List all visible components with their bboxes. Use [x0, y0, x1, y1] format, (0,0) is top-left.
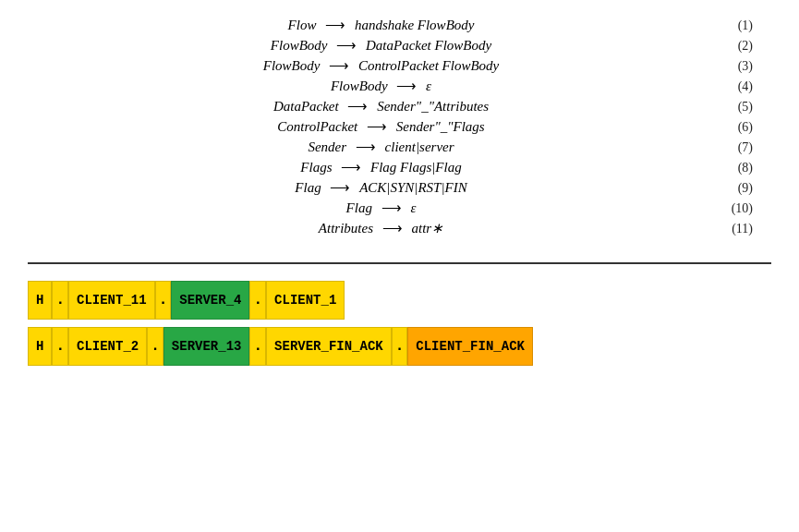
rule-arrow-11: ⟶ [379, 221, 406, 236]
rule-rhs-4: ε [426, 79, 431, 93]
token-cell-0-4: SERVER_4 [171, 281, 249, 320]
rule-lhs-10: Flag [346, 200, 372, 215]
rule-body-11: Attributes ⟶ attr∗ [46, 220, 716, 236]
grammar-rule-11: Attributes ⟶ attr∗(11) [37, 220, 762, 236]
rule-number-11: (11) [716, 222, 753, 236]
rule-body-5: DataPacket ⟶ Sender"_"Attributes [46, 98, 716, 115]
rule-arrow-1: ⟶ [321, 18, 349, 32]
rule-number-5: (5) [716, 100, 753, 115]
grammar-rule-10: Flag ⟶ ε(10) [37, 200, 762, 216]
rule-number-2: (2) [716, 39, 753, 54]
token-cell-1-6: SERVER_FIN_ACK [266, 327, 392, 366]
token-row-2: H.CLIENT_2.SERVER_13.SERVER_FIN_ACK.CLIE… [28, 327, 771, 366]
rule-lhs-11: Attributes [319, 221, 373, 236]
rule-lhs-9: Flag [295, 180, 321, 195]
rule-lhs-4: FlowBody [331, 79, 388, 93]
rule-number-3: (3) [716, 59, 753, 74]
rule-rhs-11: attr∗ [411, 221, 443, 236]
rule-body-1: Flow ⟶ handshake FlowBody [46, 17, 716, 33]
rule-lhs-8: Flags [300, 160, 332, 175]
rule-body-6: ControlPacket ⟶ Sender"_"Flags [46, 118, 716, 135]
rule-rhs-8: Flag Flags|Flag [370, 160, 462, 175]
rule-rhs-1: handshake FlowBody [355, 18, 475, 32]
rule-lhs-5: DataPacket [273, 99, 339, 114]
rule-number-7: (7) [716, 140, 753, 155]
token-cell-1-0: H [28, 327, 52, 366]
rule-arrow-10: ⟶ [378, 200, 406, 215]
grammar-rule-5: DataPacket ⟶ Sender"_"Attributes(5) [37, 98, 762, 115]
token-cell-0-3: . [155, 281, 172, 320]
rule-lhs-1: Flow [288, 18, 317, 32]
rule-rhs-7: client|server [385, 139, 454, 154]
token-cell-0-5: . [249, 281, 266, 320]
grammar-rule-1: Flow ⟶ handshake FlowBody(1) [37, 17, 762, 33]
rule-arrow-3: ⟶ [325, 58, 353, 73]
grammar-rule-3: FlowBody ⟶ ControlPacket FlowBody(3) [37, 57, 762, 74]
rule-arrow-2: ⟶ [333, 38, 360, 53]
rule-lhs-7: Sender [308, 139, 346, 154]
rule-arrow-5: ⟶ [345, 99, 372, 114]
token-cell-1-5: . [249, 327, 266, 366]
rule-rhs-9: ACK|SYN|RST|FIN [359, 180, 467, 195]
token-cell-1-8: CLIENT_FIN_ACK [407, 327, 533, 366]
grammar-rule-6: ControlPacket ⟶ Sender"_"Flags(6) [37, 118, 762, 135]
grammar-rule-8: Flags ⟶ Flag Flags|Flag(8) [37, 159, 762, 175]
rule-rhs-3: ControlPacket FlowBody [358, 58, 499, 73]
rule-number-9: (9) [716, 181, 753, 196]
grammar-rule-7: Sender ⟶ client|server(7) [37, 139, 762, 155]
section-divider [28, 262, 771, 264]
token-row-1: H.CLIENT_11.SERVER_4.CLIENT_1 [28, 281, 771, 320]
rule-arrow-9: ⟶ [327, 180, 355, 195]
token-cell-1-1: . [52, 327, 68, 366]
rule-body-4: FlowBody ⟶ ε [46, 78, 716, 94]
token-cell-1-7: . [392, 327, 408, 366]
rule-rhs-10: ε [410, 200, 416, 215]
rule-body-7: Sender ⟶ client|server [46, 139, 716, 155]
rule-rhs-6: Sender"_"Flags [396, 119, 485, 134]
rule-arrow-7: ⟶ [352, 139, 380, 154]
grammar-rule-2: FlowBody ⟶ DataPacket FlowBody(2) [37, 37, 762, 54]
rule-arrow-6: ⟶ [363, 119, 391, 134]
rule-arrow-8: ⟶ [337, 160, 365, 175]
token-rows: H.CLIENT_11.SERVER_4.CLIENT_1H.CLIENT_2.… [0, 281, 799, 384]
rule-body-2: FlowBody ⟶ DataPacket FlowBody [46, 37, 716, 54]
token-cell-1-2: CLIENT_2 [68, 327, 147, 366]
rule-body-8: Flags ⟶ Flag Flags|Flag [46, 159, 716, 175]
rule-body-9: Flag ⟶ ACK|SYN|RST|FIN [46, 179, 716, 196]
grammar-section: Flow ⟶ handshake FlowBody(1)FlowBody ⟶ D… [0, 0, 799, 249]
token-cell-0-1: . [52, 281, 68, 320]
rule-body-3: FlowBody ⟶ ControlPacket FlowBody [46, 57, 716, 74]
token-cell-0-0: H [28, 281, 52, 320]
rule-rhs-5: Sender"_"Attributes [377, 99, 489, 114]
rule-number-6: (6) [716, 120, 753, 135]
rule-lhs-2: FlowBody [271, 38, 328, 53]
rule-arrow-4: ⟶ [393, 79, 421, 93]
token-cell-0-2: CLIENT_11 [68, 281, 155, 320]
rule-number-4: (4) [716, 79, 753, 94]
grammar-rule-9: Flag ⟶ ACK|SYN|RST|FIN(9) [37, 179, 762, 196]
rule-rhs-2: DataPacket FlowBody [366, 38, 491, 53]
token-cell-0-6: CLIENT_1 [266, 281, 345, 320]
rule-number-1: (1) [716, 18, 753, 33]
grammar-rule-4: FlowBody ⟶ ε(4) [37, 78, 762, 94]
rule-number-8: (8) [716, 161, 753, 175]
token-cell-1-3: . [147, 327, 163, 366]
rule-body-10: Flag ⟶ ε [46, 200, 716, 216]
rule-number-10: (10) [716, 201, 753, 216]
token-cell-1-4: SERVER_13 [163, 327, 250, 366]
rule-lhs-6: ControlPacket [277, 119, 357, 134]
rule-lhs-3: FlowBody [263, 58, 321, 73]
